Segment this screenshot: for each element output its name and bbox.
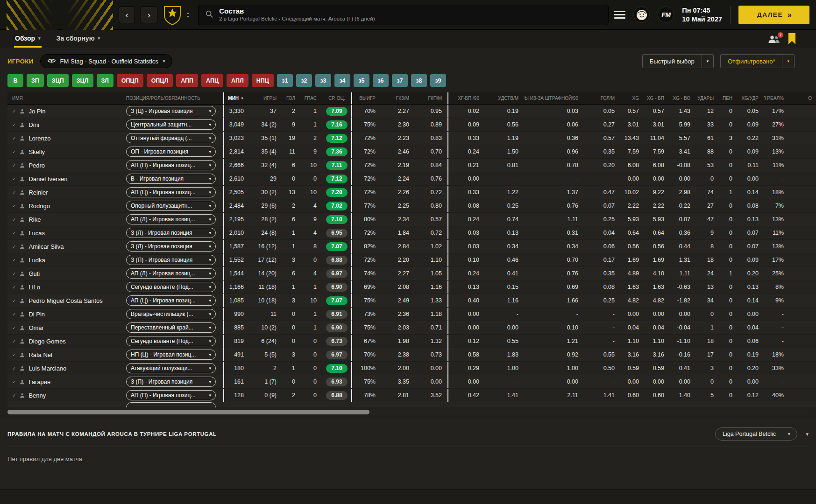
- horizontal-scrollbar[interactable]: [7, 410, 809, 414]
- player-name-cell[interactable]: ✓Luis Marciano: [7, 362, 120, 375]
- table-row[interactable]: ✓OmarПереставленный край...▾88510 (2)016…: [7, 321, 816, 335]
- column-header[interactable]: ХГ-БП /90: [447, 92, 485, 104]
- player-name[interactable]: Guti: [28, 270, 40, 277]
- role-dropdown[interactable]: Сегундо воланте (Под...▾: [126, 336, 216, 346]
- role-dropdown[interactable]: АП (Ц) - Игровая позиц...▾: [126, 295, 216, 306]
- player-name-cell[interactable]: ✓Benny: [7, 389, 120, 402]
- column-header[interactable]: СР. ОЦ.: [322, 92, 351, 104]
- role-dropdown[interactable]: Опорный полузащитн...▾: [126, 201, 216, 211]
- table-row[interactable]: ✓LiLoСегундо воланте (Под...▾1,16611 (18…: [7, 280, 816, 294]
- fm-logo[interactable]: FM: [658, 7, 674, 23]
- role-dropdown[interactable]: Центральный защитн...▾: [126, 119, 216, 130]
- column-header[interactable]: XG - ВО: [670, 92, 696, 104]
- role-dropdown[interactable]: В - Игровая позиция▾: [126, 174, 216, 184]
- player-name-cell[interactable]: ✓Guti: [7, 267, 120, 280]
- position-filter-АПЛ[interactable]: АПЛ: [227, 74, 248, 87]
- position-filter-НПЦ[interactable]: НПЦ: [252, 74, 274, 87]
- player-name[interactable]: Skelly: [28, 148, 45, 155]
- position-filter-ЗЦЛ[interactable]: ЗЦЛ: [72, 74, 93, 87]
- view-selector-dropdown[interactable]: FM Stag - Squad - Outfield Statistics ▾: [40, 54, 173, 68]
- position-filter-В[interactable]: В: [7, 74, 23, 87]
- column-header[interactable]: УДСТВ/М: [485, 92, 524, 104]
- hamburger-menu-icon[interactable]: [614, 11, 625, 19]
- player-name[interactable]: Ludka: [28, 257, 45, 264]
- position-filter-з4[interactable]: з4: [334, 74, 350, 87]
- player-name[interactable]: Jo Pin: [28, 108, 45, 115]
- role-dropdown[interactable]: АП (Л) - Игровая позиц...▾: [126, 268, 216, 279]
- table-row[interactable]: ✓RodrigoОпорный полузащитн...▾2,48429 (6…: [7, 199, 816, 213]
- position-filter-ЗЛ[interactable]: ЗЛ: [97, 74, 114, 87]
- role-dropdown[interactable]: Оттянутый форвард (...▾: [126, 133, 216, 143]
- table-row[interactable]: ✓BennyАП (П) - Игровая позиц...▾1280 (9)…: [7, 389, 816, 402]
- back-button[interactable]: ‹: [119, 7, 135, 23]
- player-name[interactable]: Omar: [28, 324, 44, 331]
- table-row[interactable]: ✓SkellyОП - Игровая позиция▾2,81435 (4)1…: [7, 145, 816, 159]
- position-filter-з5[interactable]: з5: [354, 74, 369, 87]
- column-header[interactable]: ГПАС: [301, 92, 322, 104]
- position-filter-АПП[interactable]: АПП: [176, 74, 198, 87]
- role-dropdown[interactable]: Вратарь-чистильщик (...▾: [126, 309, 216, 319]
- table-row[interactable]: ✓Di PinВратарь-чистильщик (...▾99011016.…: [7, 308, 816, 321]
- player-name-cell[interactable]: ✓Di Pin: [7, 308, 120, 321]
- tab-overview[interactable]: Обзор▾: [14, 30, 42, 48]
- position-filter-з6[interactable]: з6: [373, 74, 389, 87]
- table-row[interactable]: ✓Jo PinЗ (Ц) - Игровая позиция▾3,3303721…: [7, 105, 816, 118]
- bookmark-icon[interactable]: [788, 33, 795, 44]
- player-name[interactable]: Pedro: [28, 162, 45, 169]
- position-filter-АПЦ[interactable]: АПЦ: [201, 74, 223, 87]
- position-filter-ОПЦП[interactable]: ОПЦП: [117, 74, 143, 87]
- competition-dropdown[interactable]: Liga Portugal Betclic ▾: [715, 427, 797, 441]
- player-name-cell[interactable]: ✓Reinier: [7, 186, 120, 199]
- column-header[interactable]: УДАРЫ ИЗ-ЗА ШТРАФНОЙ/90: [524, 92, 584, 104]
- player-name[interactable]: Rodrigo: [28, 203, 50, 210]
- role-dropdown[interactable]: АП (П) - Игровая позиц...▾: [126, 160, 216, 170]
- player-name-cell[interactable]: ✓Pedro: [7, 159, 120, 172]
- club-badge[interactable]: [163, 5, 182, 25]
- position-filter-з1[interactable]: з1: [277, 74, 293, 87]
- column-header[interactable]: ГОЛ: [282, 92, 301, 104]
- player-name-cell[interactable]: ✓Amilcar Silva: [7, 240, 120, 253]
- role-dropdown[interactable]: АП (Ц) - Игровая позиц...▾: [126, 187, 216, 197]
- column-header[interactable]: ГКЗ/М: [381, 92, 415, 104]
- player-name-cell[interactable]: ✓Jo Pin: [7, 105, 120, 118]
- table-row[interactable]: ✓Pedro Miguel Costa SantosАП (Ц) - Игров…: [7, 294, 816, 308]
- player-name[interactable]: Rike: [28, 216, 41, 223]
- role-dropdown[interactable]: НП (Ц) - Игровая позиц...▾: [126, 350, 216, 360]
- column-header[interactable]: ИГРЫ: [249, 92, 282, 104]
- player-name-cell[interactable]: ✓Omar: [7, 321, 120, 334]
- position-filter-з2[interactable]: з2: [296, 74, 312, 87]
- role-dropdown[interactable]: АП (Л) - Игровая позиц...▾: [126, 214, 216, 224]
- player-name[interactable]: Luis Marciano: [28, 365, 66, 372]
- column-header[interactable]: XG - БП: [645, 92, 670, 104]
- role-dropdown[interactable]: Атакующий полузащи...▾: [126, 363, 216, 373]
- position-filter-з7[interactable]: з7: [392, 74, 408, 87]
- player-name[interactable]: Lorenzo: [28, 135, 50, 142]
- column-header[interactable]: ГКП/М: [415, 92, 447, 104]
- column-header[interactable]: ВЫИГР: [351, 92, 381, 104]
- position-filter-ЗЦП[interactable]: ЗЦП: [47, 74, 69, 87]
- position-filter-з3[interactable]: з3: [315, 74, 331, 87]
- role-dropdown[interactable]: Переставленный край...▾: [126, 322, 216, 333]
- scrollbar-thumb[interactable]: [7, 410, 369, 414]
- player-name[interactable]: LiLo: [28, 284, 40, 291]
- player-name[interactable]: Lucas: [28, 230, 45, 237]
- player-name-cell[interactable]: ✓Skelly: [7, 145, 120, 158]
- social-feed-icon[interactable]: 7: [768, 35, 780, 43]
- table-row[interactable]: ✓LudkaЗ (П) - Игровая позиция▾1,55217 (1…: [7, 253, 816, 267]
- player-name-cell[interactable]: ✓Lucas: [7, 226, 120, 239]
- player-name[interactable]: Diogo Gomes: [28, 338, 65, 345]
- player-name[interactable]: Benny: [28, 392, 46, 399]
- player-name[interactable]: Reinier: [28, 189, 48, 196]
- player-name[interactable]: Dini: [28, 121, 39, 128]
- table-row[interactable]: ✓ReinierАП (Ц) - Игровая позиц...▾2,5053…: [7, 186, 816, 199]
- player-name-cell[interactable]: ✓Lorenzo: [7, 132, 120, 145]
- player-name-cell[interactable]: ✓Pedro Miguel Costa Santos: [7, 294, 120, 307]
- position-filter-ОПЦЛ[interactable]: ОПЦЛ: [147, 74, 173, 87]
- position-filter-з9[interactable]: з9: [430, 74, 446, 87]
- player-name-cell[interactable]: ✓Dini: [7, 118, 120, 131]
- table-row[interactable]: ✓DiniЦентральный защитн...▾3,04934 (2)91…: [7, 118, 816, 132]
- role-dropdown[interactable]: З (Л) - Игровая позиция▾: [126, 228, 216, 238]
- panel-collapse-icon[interactable]: ▾: [806, 431, 809, 437]
- position-filter-ЗП[interactable]: ЗП: [27, 74, 44, 87]
- position-filter-з8[interactable]: з8: [411, 74, 427, 87]
